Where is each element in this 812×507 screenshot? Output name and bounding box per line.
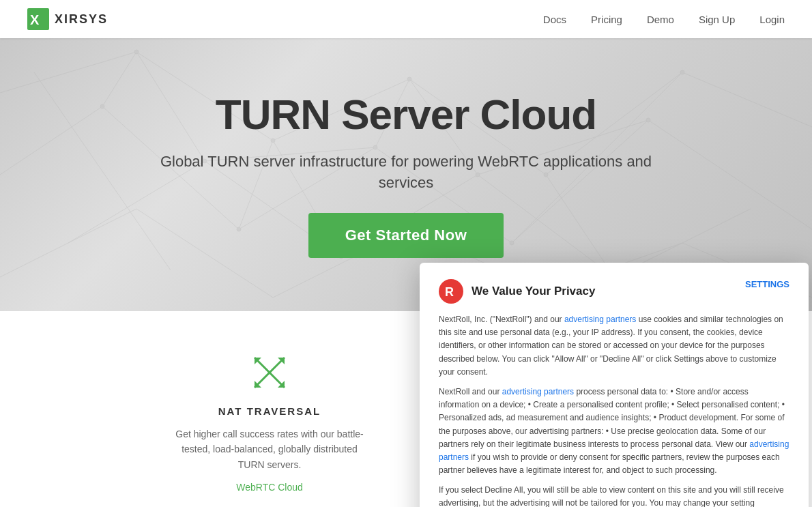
nav-docs[interactable]: Docs: [543, 14, 566, 25]
modal-body: NextRoll, Inc. ("NextRoll") and our adve…: [439, 313, 789, 507]
modal-header-left: R We Value Your Privacy: [439, 279, 595, 304]
nat-traversal-icon: [249, 352, 290, 393]
svg-point-45: [100, 104, 104, 108]
svg-line-7: [682, 72, 812, 127]
svg-line-26: [0, 209, 136, 277]
svg-line-2: [0, 52, 136, 93]
advertising-partners-link-1[interactable]: advertising partners: [564, 315, 636, 324]
svg-point-38: [407, 77, 411, 81]
nat-traversal-desc: Get higher call success rates with our b…: [174, 426, 365, 472]
nat-traversal-title: NAT TRAVERSAL: [218, 405, 321, 417]
xirsys-logo-icon: X: [27, 8, 49, 30]
advertising-partners-link-3[interactable]: advertising partners: [439, 439, 789, 462]
webrtc-cloud-link[interactable]: WebRTC Cloud: [236, 482, 303, 493]
hero-title: TURN Server Cloud: [216, 91, 596, 138]
nav-signup[interactable]: Sign Up: [699, 14, 735, 25]
get-started-button[interactable]: Get Started Now: [308, 213, 504, 258]
modal-paragraph-1: NextRoll, Inc. ("NextRoll") and our adve…: [439, 313, 789, 379]
hero-subtitle: Global TURN server infrastructure for po…: [140, 151, 672, 194]
hero-content: TURN Server Cloud Global TURN server inf…: [140, 91, 672, 258]
nav-demo[interactable]: Demo: [647, 14, 674, 25]
svg-text:X: X: [30, 12, 40, 27]
nav-login[interactable]: Login: [759, 14, 785, 25]
privacy-modal: R We Value Your Privacy SETTINGS NextRol…: [420, 263, 809, 507]
modal-title: We Value Your Privacy: [472, 285, 595, 298]
nav-pricing[interactable]: Pricing: [591, 14, 622, 25]
nav-links: Docs Pricing Demo Sign Up Login: [543, 14, 785, 25]
advertising-partners-link-2[interactable]: advertising partners: [502, 387, 574, 396]
svg-text:R: R: [445, 285, 454, 299]
logo[interactable]: X XIRSYS: [27, 8, 108, 30]
svg-point-36: [134, 50, 139, 54]
svg-line-18: [648, 120, 812, 229]
svg-line-13: [0, 106, 102, 175]
modal-settings-link[interactable]: SETTINGS: [745, 279, 789, 289]
modal-paragraph-2: NextRoll and our advertising partners pr…: [439, 386, 789, 477]
navbar: X XIRSYS Docs Pricing Demo Sign Up Login: [0, 0, 812, 38]
svg-line-23: [102, 52, 136, 106]
feature-nat-traversal: NAT TRAVERSAL Get higher call success ra…: [174, 352, 365, 493]
svg-point-40: [680, 70, 684, 74]
modal-header: R We Value Your Privacy SETTINGS: [439, 279, 789, 304]
modal-paragraph-3: If you select Decline All, you will stil…: [439, 484, 789, 507]
nextroll-logo-icon: R: [439, 279, 463, 304]
logo-text: XIRSYS: [55, 12, 108, 27]
